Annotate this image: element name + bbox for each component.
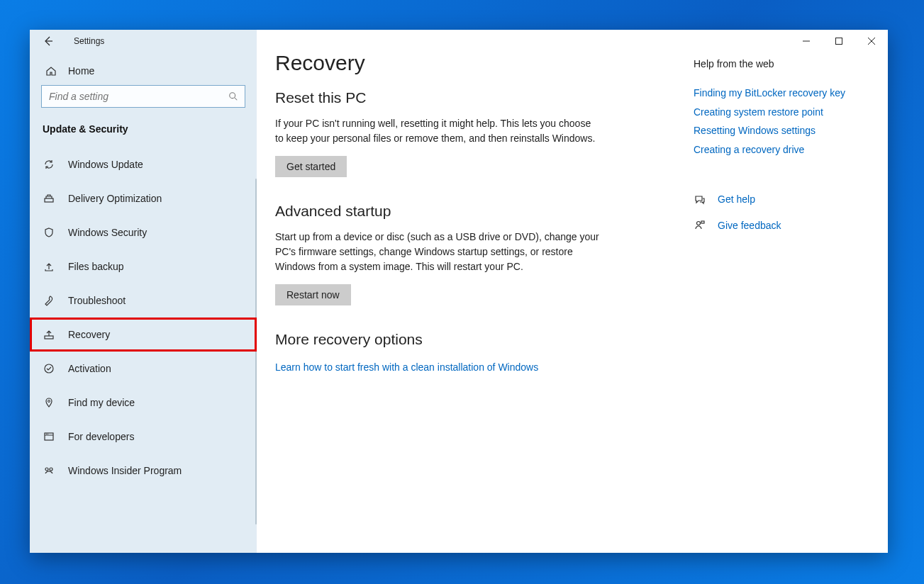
insider-icon (43, 465, 55, 476)
help-link-reset-settings[interactable]: Resetting Windows settings (694, 121, 859, 140)
section-advanced-startup: Advanced startup Start up from a device … (275, 203, 672, 305)
check-circle-icon (43, 363, 55, 374)
sidebar-home[interactable]: Home (30, 52, 257, 85)
section-reset-pc: Reset this PC If your PC isn't running w… (275, 89, 672, 177)
titlebar: Settings (30, 30, 257, 52)
search-input[interactable] (41, 85, 245, 108)
maximize-button[interactable] (823, 30, 855, 52)
sidebar-item-files-backup[interactable]: Files backup (30, 249, 257, 283)
give-feedback-link[interactable]: Give feedback (718, 216, 781, 235)
sidebar-item-troubleshoot[interactable]: Troubleshoot (30, 283, 257, 318)
sidebar: Settings Home Update & Security Windo (30, 30, 257, 553)
back-button[interactable] (43, 35, 54, 47)
sidebar-item-windows-update[interactable]: Windows Update (30, 147, 257, 181)
sidebar-item-label: Find my device (68, 397, 135, 408)
help-link-restore-point[interactable]: Creating system restore point (694, 103, 859, 122)
sidebar-item-windows-security[interactable]: Windows Security (30, 215, 257, 249)
sidebar-category: Update & Security (30, 118, 257, 147)
settings-window: Settings Home Update & Security Windo (30, 30, 888, 553)
wrench-icon (43, 295, 55, 306)
home-icon (45, 65, 57, 77)
delivery-icon (43, 193, 55, 204)
code-icon (43, 431, 55, 442)
search-container (30, 85, 257, 118)
window-controls (790, 30, 888, 52)
sidebar-item-activation[interactable]: Activation (30, 352, 257, 386)
sidebar-item-delivery-optimization[interactable]: Delivery Optimization (30, 181, 257, 215)
get-help-link[interactable]: Get help (718, 190, 755, 209)
svg-point-8 (50, 468, 52, 471)
svg-rect-10 (701, 221, 704, 223)
recovery-icon (43, 329, 55, 340)
svg-point-7 (45, 468, 48, 471)
help-link-bitlocker[interactable]: Finding my BitLocker recovery key (694, 84, 859, 103)
window-title: Settings (74, 36, 104, 46)
section-body: Start up from a device or disc (such as … (275, 230, 601, 274)
sidebar-item-label: Troubleshoot (68, 295, 126, 306)
aside-heading: Help from the web (694, 58, 859, 69)
sidebar-item-recovery[interactable]: Recovery (30, 318, 257, 352)
svg-point-4 (45, 364, 53, 373)
main-content: Recovery Reset this PC If your PC isn't … (257, 30, 888, 553)
sidebar-item-label: Recovery (68, 329, 110, 340)
svg-point-9 (697, 222, 701, 225)
sidebar-scrollbar[interactable] (255, 179, 257, 524)
close-button[interactable] (855, 30, 888, 52)
get-help-row[interactable]: Get help (694, 190, 859, 209)
section-heading: More recovery options (275, 331, 672, 348)
sidebar-item-insider-program[interactable]: Windows Insider Program (30, 454, 257, 488)
shield-icon (43, 227, 55, 238)
help-link-recovery-drive[interactable]: Creating a recovery drive (694, 140, 859, 159)
sidebar-nav: Windows Update Delivery Optimization Win… (30, 147, 257, 488)
home-label: Home (68, 65, 94, 77)
sidebar-item-for-developers[interactable]: For developers (30, 420, 257, 454)
get-started-button[interactable]: Get started (275, 156, 347, 177)
sidebar-item-label: Windows Security (68, 227, 147, 238)
backup-icon (43, 261, 55, 272)
sidebar-item-find-my-device[interactable]: Find my device (30, 386, 257, 420)
section-heading: Reset this PC (275, 89, 672, 106)
sidebar-item-label: Windows Update (68, 159, 143, 170)
section-heading: Advanced startup (275, 203, 672, 220)
svg-rect-3 (45, 336, 53, 339)
sidebar-item-label: Files backup (68, 261, 124, 272)
help-aside: Help from the web Finding my BitLocker r… (694, 51, 859, 539)
svg-rect-6 (45, 433, 53, 440)
sidebar-item-label: Windows Insider Program (68, 465, 182, 476)
svg-rect-0 (836, 38, 842, 45)
svg-rect-2 (45, 198, 53, 202)
page-title: Recovery (275, 51, 672, 75)
sidebar-item-label: For developers (68, 431, 134, 442)
svg-point-5 (48, 400, 50, 403)
fresh-install-link[interactable]: Learn how to start fresh with a clean in… (275, 358, 672, 377)
sidebar-item-label: Activation (68, 363, 111, 374)
sync-icon (43, 159, 55, 170)
location-icon (43, 397, 55, 408)
feedback-icon (694, 220, 706, 231)
chat-icon (694, 194, 706, 206)
give-feedback-row[interactable]: Give feedback (694, 216, 859, 235)
section-body: If your PC isn't running well, resetting… (275, 116, 601, 146)
minimize-button[interactable] (790, 30, 823, 52)
section-more-recovery: More recovery options Learn how to start… (275, 331, 672, 377)
sidebar-item-label: Delivery Optimization (68, 193, 162, 204)
restart-now-button[interactable]: Restart now (275, 284, 351, 305)
